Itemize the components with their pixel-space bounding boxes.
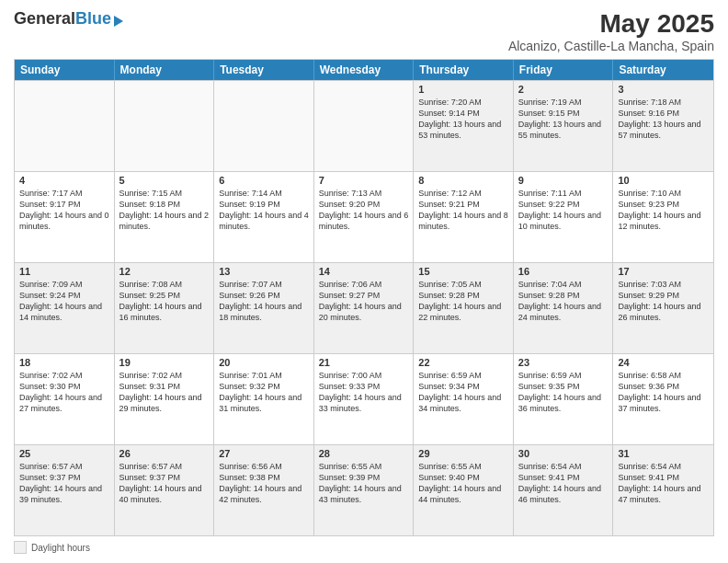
- day-cell: 9Sunrise: 7:11 AM Sunset: 9:22 PM Daylig…: [514, 172, 614, 262]
- day-info: Sunrise: 7:11 AM Sunset: 9:22 PM Dayligh…: [518, 188, 609, 233]
- logo-general-text: General: [14, 9, 75, 29]
- day-number: 17: [618, 266, 709, 277]
- day-info: Sunrise: 7:12 AM Sunset: 9:21 PM Dayligh…: [418, 188, 508, 233]
- day-number: 31: [618, 448, 709, 459]
- day-cell: 24Sunrise: 6:58 AM Sunset: 9:36 PM Dayli…: [613, 354, 713, 444]
- header: General Blue May 2025 Alcanizo, Castille…: [14, 9, 714, 53]
- day-cell: [214, 81, 314, 171]
- day-cell: 26Sunrise: 6:57 AM Sunset: 9:37 PM Dayli…: [115, 445, 215, 535]
- day-number: 8: [418, 175, 508, 186]
- day-number: 4: [19, 175, 109, 186]
- day-number: 15: [418, 266, 508, 277]
- day-info: Sunrise: 6:55 AM Sunset: 9:40 PM Dayligh…: [418, 461, 508, 506]
- day-info: Sunrise: 7:03 AM Sunset: 9:29 PM Dayligh…: [618, 279, 709, 324]
- logo: General Blue: [14, 9, 123, 29]
- day-info: Sunrise: 7:20 AM Sunset: 9:14 PM Dayligh…: [418, 97, 508, 142]
- day-info: Sunrise: 7:10 AM Sunset: 9:23 PM Dayligh…: [618, 188, 709, 233]
- day-info: Sunrise: 7:13 AM Sunset: 9:20 PM Dayligh…: [319, 188, 409, 233]
- day-info: Sunrise: 6:59 AM Sunset: 9:34 PM Dayligh…: [418, 370, 508, 415]
- week-row-5: 25Sunrise: 6:57 AM Sunset: 9:37 PM Dayli…: [15, 444, 713, 535]
- day-info: Sunrise: 6:55 AM Sunset: 9:39 PM Dayligh…: [319, 461, 409, 506]
- legend-box: [14, 541, 27, 554]
- day-cell: 14Sunrise: 7:06 AM Sunset: 9:27 PM Dayli…: [314, 263, 415, 353]
- day-number: 14: [319, 266, 409, 277]
- week-row-1: 1Sunrise: 7:20 AM Sunset: 9:14 PM Daylig…: [15, 80, 713, 171]
- day-cell: 1Sunrise: 7:20 AM Sunset: 9:14 PM Daylig…: [414, 81, 514, 171]
- day-cell: 18Sunrise: 7:02 AM Sunset: 9:30 PM Dayli…: [15, 354, 115, 444]
- day-number: 23: [518, 357, 609, 368]
- day-header-friday: Friday: [514, 60, 614, 80]
- day-number: 21: [319, 357, 409, 368]
- day-info: Sunrise: 7:09 AM Sunset: 9:24 PM Dayligh…: [19, 279, 109, 324]
- day-number: 13: [219, 266, 309, 277]
- day-number: 7: [319, 175, 409, 186]
- day-cell: 4Sunrise: 7:17 AM Sunset: 9:17 PM Daylig…: [15, 172, 115, 262]
- day-info: Sunrise: 7:05 AM Sunset: 9:28 PM Dayligh…: [418, 279, 508, 324]
- day-cell: 12Sunrise: 7:08 AM Sunset: 9:25 PM Dayli…: [115, 263, 215, 353]
- main-title: May 2025: [508, 9, 714, 39]
- day-number: 24: [618, 357, 709, 368]
- day-info: Sunrise: 7:06 AM Sunset: 9:27 PM Dayligh…: [319, 279, 409, 324]
- week-row-4: 18Sunrise: 7:02 AM Sunset: 9:30 PM Dayli…: [15, 353, 713, 444]
- day-info: Sunrise: 6:57 AM Sunset: 9:37 PM Dayligh…: [119, 461, 210, 506]
- day-number: 27: [219, 448, 309, 459]
- day-header-sunday: Sunday: [15, 60, 115, 80]
- day-info: Sunrise: 6:56 AM Sunset: 9:38 PM Dayligh…: [219, 461, 309, 506]
- day-cell: [115, 81, 215, 171]
- day-cell: 8Sunrise: 7:12 AM Sunset: 9:21 PM Daylig…: [414, 172, 514, 262]
- week-row-2: 4Sunrise: 7:17 AM Sunset: 9:17 PM Daylig…: [15, 171, 713, 262]
- day-info: Sunrise: 7:01 AM Sunset: 9:32 PM Dayligh…: [219, 370, 309, 415]
- day-number: 25: [19, 448, 109, 459]
- day-cell: 27Sunrise: 6:56 AM Sunset: 9:38 PM Dayli…: [214, 445, 314, 535]
- day-header-monday: Monday: [115, 60, 215, 80]
- day-cell: 11Sunrise: 7:09 AM Sunset: 9:24 PM Dayli…: [15, 263, 115, 353]
- day-info: Sunrise: 7:17 AM Sunset: 9:17 PM Dayligh…: [19, 188, 109, 233]
- calendar: SundayMondayTuesdayWednesdayThursdayFrid…: [14, 59, 714, 536]
- day-number: 2: [518, 84, 609, 95]
- day-header-wednesday: Wednesday: [314, 60, 415, 80]
- day-info: Sunrise: 6:58 AM Sunset: 9:36 PM Dayligh…: [618, 370, 709, 415]
- day-cell: 3Sunrise: 7:18 AM Sunset: 9:16 PM Daylig…: [613, 81, 713, 171]
- day-info: Sunrise: 6:54 AM Sunset: 9:41 PM Dayligh…: [618, 461, 709, 506]
- day-number: 11: [19, 266, 109, 277]
- day-info: Sunrise: 7:04 AM Sunset: 9:28 PM Dayligh…: [518, 279, 609, 324]
- day-info: Sunrise: 6:57 AM Sunset: 9:37 PM Dayligh…: [19, 461, 109, 506]
- day-number: 22: [418, 357, 508, 368]
- day-cell: 25Sunrise: 6:57 AM Sunset: 9:37 PM Dayli…: [15, 445, 115, 535]
- day-info: Sunrise: 7:08 AM Sunset: 9:25 PM Dayligh…: [119, 279, 210, 324]
- day-cell: 6Sunrise: 7:14 AM Sunset: 9:19 PM Daylig…: [214, 172, 314, 262]
- day-cell: 10Sunrise: 7:10 AM Sunset: 9:23 PM Dayli…: [613, 172, 713, 262]
- day-cell: 2Sunrise: 7:19 AM Sunset: 9:15 PM Daylig…: [514, 81, 614, 171]
- day-info: Sunrise: 7:02 AM Sunset: 9:30 PM Dayligh…: [19, 370, 109, 415]
- day-header-thursday: Thursday: [414, 60, 514, 80]
- day-number: 30: [518, 448, 609, 459]
- day-number: 16: [518, 266, 609, 277]
- day-cell: 17Sunrise: 7:03 AM Sunset: 9:29 PM Dayli…: [613, 263, 713, 353]
- day-number: 29: [418, 448, 508, 459]
- day-cell: 7Sunrise: 7:13 AM Sunset: 9:20 PM Daylig…: [314, 172, 415, 262]
- day-number: 28: [319, 448, 409, 459]
- day-cell: 15Sunrise: 7:05 AM Sunset: 9:28 PM Dayli…: [414, 263, 514, 353]
- day-number: 3: [618, 84, 709, 95]
- day-cell: 21Sunrise: 7:00 AM Sunset: 9:33 PM Dayli…: [314, 354, 415, 444]
- day-cell: 23Sunrise: 6:59 AM Sunset: 9:35 PM Dayli…: [514, 354, 614, 444]
- day-number: 6: [219, 175, 309, 186]
- logo-blue-text: Blue: [75, 9, 111, 29]
- day-cell: 22Sunrise: 6:59 AM Sunset: 9:34 PM Dayli…: [414, 354, 514, 444]
- day-headers: SundayMondayTuesdayWednesdayThursdayFrid…: [15, 60, 713, 80]
- page: General Blue May 2025 Alcanizo, Castille…: [0, 0, 728, 563]
- subtitle: Alcanizo, Castille-La Mancha, Spain: [508, 39, 714, 53]
- day-number: 18: [19, 357, 109, 368]
- day-cell: 20Sunrise: 7:01 AM Sunset: 9:32 PM Dayli…: [214, 354, 314, 444]
- day-number: 5: [119, 175, 210, 186]
- day-info: Sunrise: 7:15 AM Sunset: 9:18 PM Dayligh…: [119, 188, 210, 233]
- day-cell: 19Sunrise: 7:02 AM Sunset: 9:31 PM Dayli…: [115, 354, 215, 444]
- day-number: 12: [119, 266, 210, 277]
- day-info: Sunrise: 7:02 AM Sunset: 9:31 PM Dayligh…: [119, 370, 210, 415]
- day-number: 9: [518, 175, 609, 186]
- day-header-saturday: Saturday: [613, 60, 713, 80]
- day-number: 10: [618, 175, 709, 186]
- logo-arrow-icon: [114, 16, 123, 27]
- day-cell: 31Sunrise: 6:54 AM Sunset: 9:41 PM Dayli…: [613, 445, 713, 535]
- day-info: Sunrise: 6:54 AM Sunset: 9:41 PM Dayligh…: [518, 461, 609, 506]
